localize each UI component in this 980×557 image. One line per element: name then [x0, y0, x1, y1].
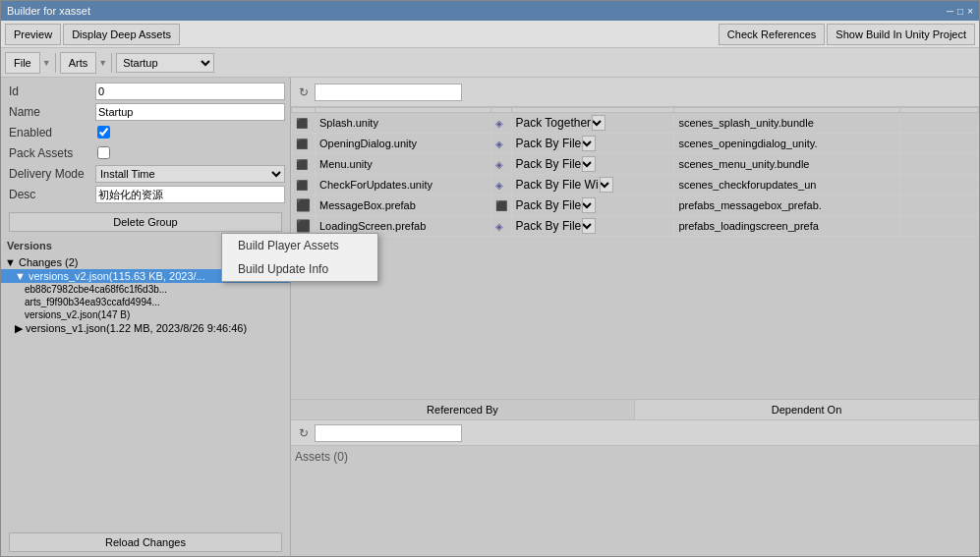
addressable-icon: ◈ — [495, 118, 503, 129]
file-button[interactable]: File — [5, 52, 40, 74]
delivery-mode-value: Install Time — [94, 164, 286, 184]
close-btn[interactable]: × — [967, 6, 973, 17]
enabled-checkbox[interactable] — [97, 126, 110, 139]
pack-mode-select[interactable] — [582, 218, 596, 234]
desc-label: Desc — [5, 185, 93, 204]
row-bundle[interactable]: scenes_checkforupdates_un — [674, 175, 900, 195]
tab-dependent-on[interactable]: Dependent On — [635, 400, 979, 419]
scene-icon: ⬛ — [296, 180, 308, 191]
arts-button[interactable]: Arts — [60, 52, 97, 74]
tab-referenced-by[interactable]: Referenced By — [291, 400, 635, 419]
delivery-mode-select[interactable]: Install Time — [95, 165, 285, 183]
row-addr-icon: ◈ — [490, 134, 511, 154]
pack-mode-select[interactable] — [582, 136, 596, 151]
scene-icon: ⬛ — [296, 139, 308, 149]
row-bundle[interactable]: prefabs_messagebox_prefab. — [674, 195, 900, 216]
row-name[interactable]: OpeningDialog.unity — [316, 134, 491, 154]
row-extra — [900, 216, 979, 237]
row-icon: ⬛ — [292, 154, 316, 175]
tree-item-v1[interactable]: ▶ versions_v1.json(1.22 MB, 2023/8/26 9:… — [1, 321, 290, 336]
desc-input[interactable] — [95, 186, 285, 203]
bottom-refresh-icon[interactable]: ↻ — [295, 424, 313, 442]
row-addr-icon: ◈ — [490, 113, 511, 134]
pack-assets-value — [94, 143, 286, 163]
row-bundle[interactable]: scenes_menu_unity.bundle — [674, 154, 900, 175]
addressable-icon: ◈ — [495, 159, 503, 170]
row-pack: Pack By File — [511, 154, 674, 175]
reload-changes-button[interactable]: Reload Changes — [9, 532, 282, 552]
assets-table-body: ⬛ Splash.unity ◈ Pack Together scenes_sp… — [292, 113, 979, 237]
tree-item-hash1[interactable]: eb88c7982cbe4ca68f6c1f6d3b... — [1, 283, 290, 296]
row-bundle[interactable]: scenes_openingdialog_unity. — [674, 134, 900, 154]
pack-assets-checkbox[interactable] — [97, 146, 110, 159]
col-header-bundle — [674, 108, 900, 113]
row-extra — [900, 134, 979, 154]
pack-mode-label: Pack By File — [516, 137, 582, 150]
delete-group-button[interactable]: Delete Group — [9, 212, 282, 232]
row-name[interactable]: Menu.unity — [316, 154, 491, 175]
show-build-button[interactable]: Show Build In Unity Project — [827, 24, 975, 45]
row-name[interactable]: MessageBox.prefab — [316, 195, 491, 216]
row-extra — [900, 195, 979, 216]
bottom-search-input[interactable] — [315, 424, 462, 442]
table-row: ⬛ LoadingScreen.prefab ◈ Pack By File pr… — [292, 216, 979, 237]
row-addr-icon: ⬛ — [490, 195, 511, 216]
pack-mode-select[interactable] — [582, 156, 596, 172]
main-content-area: Id Name Enabled Pack Assets — [1, 78, 979, 556]
row-addr-icon: ◈ — [490, 154, 511, 175]
col-header-extra — [900, 108, 979, 113]
table-row: ⬛ Splash.unity ◈ Pack Together scenes_sp… — [292, 113, 979, 134]
refresh-icon[interactable]: ↻ — [295, 84, 313, 101]
preview-button[interactable]: Preview — [5, 24, 61, 45]
pack-mode-label: Pack By File — [516, 198, 582, 212]
startup-select[interactable]: Startup — [116, 53, 214, 73]
toolbar-divider-1 — [55, 53, 56, 73]
row-addr-icon: ◈ — [490, 216, 511, 237]
minimize-btn[interactable]: ─ — [947, 6, 953, 17]
addressable-icon: ◈ — [495, 221, 503, 232]
pack-mode-select[interactable] — [600, 177, 613, 193]
row-name[interactable]: Splash.unity — [316, 113, 491, 134]
pack-mode-label: Pack By File — [516, 157, 582, 171]
main-window: Builder for xasset ─ □ × Preview Display… — [0, 0, 980, 557]
id-label: Id — [5, 82, 93, 101]
context-menu-build-update[interactable]: Build Update Info — [222, 257, 377, 281]
row-addr-icon: ◈ — [490, 175, 511, 195]
pack-mode-label: Pack Together — [516, 116, 592, 130]
name-input[interactable] — [95, 103, 285, 121]
table-row: ⬛ MessageBox.prefab ⬛ Pack By File prefa… — [292, 195, 979, 216]
display-deep-assets-button[interactable]: Display Deep Assets — [63, 24, 180, 45]
title-bar: Builder for xasset ─ □ × — [1, 1, 979, 21]
desc-value — [94, 185, 286, 204]
pack-dropdown: Pack By File — [516, 136, 670, 151]
pack-dropdown: Pack By File Wi — [516, 177, 670, 193]
row-bundle[interactable]: prefabs_loadingscreen_prefa — [674, 216, 900, 237]
check-references-button[interactable]: Check References — [719, 24, 826, 45]
maximize-btn[interactable]: □ — [957, 6, 963, 17]
bottom-content: Assets (0) — [291, 446, 979, 556]
enabled-value — [94, 123, 286, 142]
properties-grid: Id Name Enabled Pack Assets — [1, 78, 290, 208]
tree-item-v2-file[interactable]: versions_v2.json(147 B) — [1, 308, 290, 321]
row-icon: ⬛ — [292, 175, 316, 195]
left-panel: Id Name Enabled Pack Assets — [1, 78, 291, 556]
table-row: ⬛ OpeningDialog.unity ◈ Pack By File sce… — [292, 134, 979, 154]
row-extra — [900, 175, 979, 195]
pack-mode-select[interactable] — [592, 115, 605, 131]
file-arrow-icon: ▼ — [42, 58, 51, 68]
prefab-icon: ⬛ — [296, 219, 311, 233]
context-menu-build-player[interactable]: Build Player Assets — [222, 234, 377, 257]
pack-dropdown: Pack By File — [516, 197, 670, 213]
col-header-name — [316, 108, 491, 113]
tree-item-hash2[interactable]: arts_f9f90b34ea93ccafd4994... — [1, 296, 290, 308]
scene-icon: ⬛ — [296, 159, 308, 170]
assets-table: ⬛ Splash.unity ◈ Pack Together scenes_sp… — [291, 107, 979, 399]
pack-mode-select[interactable] — [582, 197, 596, 213]
row-name[interactable]: CheckForUpdates.unity — [316, 175, 491, 195]
name-value — [94, 102, 286, 122]
col-header-pack — [511, 108, 674, 113]
scene-icon: ⬛ — [296, 118, 308, 129]
right-search-input[interactable] — [315, 84, 462, 101]
row-bundle[interactable]: scenes_splash_unity.bundle — [674, 113, 900, 134]
id-input[interactable] — [95, 83, 285, 100]
